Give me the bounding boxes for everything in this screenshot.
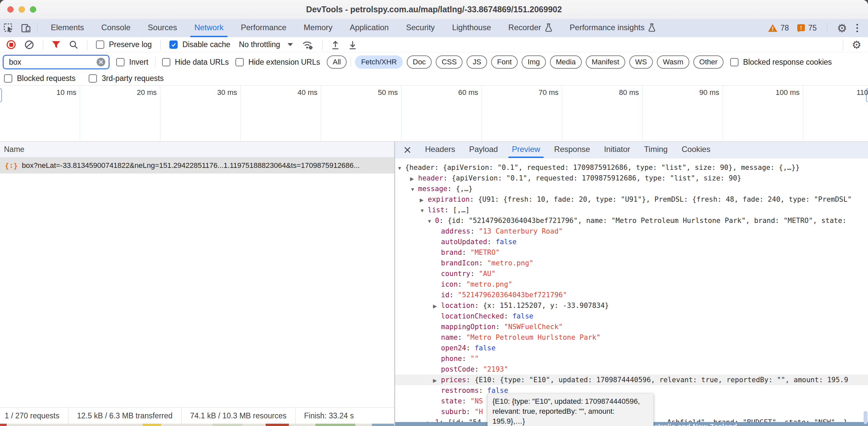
blocked-response-cookies-checkbox[interactable]: Blocked response cookies — [730, 58, 832, 67]
filter-button[interactable] — [52, 41, 60, 49]
clear-network-log-button[interactable] — [24, 40, 34, 50]
network-settings-gear-icon[interactable]: ⚙ — [852, 39, 861, 50]
tree-row[interactable]: ▶expiration: {U91: {fresh: 10, fade: 20,… — [395, 194, 868, 205]
detail-tab-cookies[interactable]: Cookies — [678, 142, 714, 158]
expand-arrow-icon[interactable]: ▶ — [433, 375, 441, 385]
tree-row[interactable]: icon: "metro.png" — [395, 279, 868, 290]
chip-doc[interactable]: Doc — [407, 56, 432, 69]
chip-img[interactable]: Img — [522, 56, 546, 69]
tree-row[interactable]: ▼message: {,…} — [395, 184, 868, 194]
clear-filter-icon[interactable] — [97, 58, 105, 66]
tree-row[interactable]: phone: "" — [395, 353, 868, 364]
throttling-select[interactable]: No throttling — [239, 40, 293, 49]
tab-performance-insights[interactable]: Performance insights — [566, 19, 660, 37]
tree-row[interactable]: country: "AU" — [395, 268, 868, 279]
tree-row[interactable]: ▶header: {apiVersion: "0.1", requested: … — [395, 173, 868, 184]
flask-icon — [545, 23, 553, 32]
tab-label: Memory — [304, 23, 333, 32]
detail-tab-preview[interactable]: Preview — [508, 142, 543, 158]
tree-row[interactable]: mappingOption: "NSWFuelCheck" — [395, 322, 868, 332]
chip-js[interactable]: JS — [467, 56, 487, 69]
chip-manifest[interactable]: Manifest — [586, 56, 625, 69]
chip-font[interactable]: Font — [491, 56, 518, 69]
detail-tab-initiator[interactable]: Initiator — [601, 142, 633, 158]
record-network-log-button[interactable] — [7, 40, 16, 49]
tree-row[interactable]: postCode: "2193" — [395, 364, 868, 374]
tree-row[interactable]: locationChecked: false — [395, 311, 868, 322]
more-options-icon[interactable] — [855, 24, 860, 32]
preserve-log-checkbox[interactable]: Preserve log — [96, 40, 152, 49]
json-string: "H — [474, 408, 483, 416]
expand-arrow-icon[interactable]: ▶ — [433, 301, 441, 311]
device-toolbar-icon[interactable] — [17, 19, 34, 37]
json-text: : {id: "521479620364043bef721796", name:… — [439, 217, 846, 225]
warnings-badge[interactable]: ! 78 — [768, 24, 789, 33]
chip-ws[interactable]: WS — [629, 56, 653, 69]
filter-input[interactable] — [8, 57, 97, 67]
invert-checkbox[interactable]: Invert — [116, 58, 149, 67]
json-string: "2193" — [483, 365, 508, 373]
issues-badge[interactable]: ! 75 — [796, 24, 817, 33]
tab-sources[interactable]: Sources — [144, 19, 181, 37]
tree-row[interactable]: brand: "METRO" — [395, 247, 868, 258]
collapse-arrow-icon[interactable]: ▼ — [410, 184, 418, 194]
search-button[interactable] — [69, 40, 79, 50]
export-har-icon[interactable] — [348, 40, 357, 50]
chip-all[interactable]: All — [327, 56, 347, 69]
blocked-response-cookies-label: Blocked response cookies — [743, 58, 832, 67]
tab-application[interactable]: Application — [346, 19, 393, 37]
disable-cache-checkbox[interactable]: Disable cache — [169, 40, 230, 49]
tree-row[interactable]: ▶location: {x: 151.125207, y: -33.907834… — [395, 300, 868, 311]
json-text: : — [458, 280, 466, 288]
tree-row[interactable]: ▼{header: {apiVersion: "0.1", requested:… — [395, 162, 868, 173]
request-list-pane: Name {∶} box?neLat=-33.81345900741822&ne… — [0, 142, 394, 426]
blocked-requests-checkbox[interactable]: Blocked requests — [4, 74, 75, 83]
hide-data-urls-checkbox[interactable]: Hide data URLs — [162, 58, 229, 67]
tree-row[interactable]: ▼list: [,…] — [395, 205, 868, 215]
chip-other[interactable]: Other — [693, 56, 723, 69]
close-detail-icon[interactable] — [400, 142, 414, 158]
tab-memory[interactable]: Memory — [300, 19, 337, 37]
chip-wasm[interactable]: Wasm — [657, 56, 689, 69]
tree-row[interactable]: name: "Metro Petroleum Hurlstone Park" — [395, 332, 868, 343]
inspect-element-icon[interactable] — [0, 19, 17, 37]
import-har-icon[interactable] — [331, 40, 340, 50]
json-text: : — [449, 291, 458, 299]
tab-console[interactable]: Console — [97, 19, 134, 37]
scrollbar-thumb[interactable] — [864, 411, 867, 424]
name-column-header[interactable]: Name — [0, 142, 394, 158]
third-party-requests-checkbox[interactable]: 3rd-party requests — [89, 74, 164, 83]
chip-css[interactable]: CSS — [436, 56, 463, 69]
request-detail-pane: HeadersPayloadPreviewResponseInitiatorTi… — [395, 142, 868, 426]
tree-row[interactable]: open24: false — [395, 343, 868, 353]
tree-row[interactable]: autoUpdated: false — [395, 236, 868, 247]
toolbar-divider — [43, 39, 43, 50]
chip-fetch-xhr[interactable]: Fetch/XHR — [355, 56, 403, 69]
tab-performance[interactable]: Performance — [237, 19, 290, 37]
expand-arrow-icon[interactable]: ▶ — [420, 195, 428, 205]
tab-lighthouse[interactable]: Lighthouse — [448, 19, 495, 37]
hide-extension-urls-checkbox[interactable]: Hide extension URLs — [236, 58, 320, 67]
tree-row[interactable]: address: "13 Canterbury Road" — [395, 226, 868, 236]
detail-tab-headers[interactable]: Headers — [422, 142, 459, 158]
tree-row[interactable]: brandIcon: "metro.png" — [395, 258, 868, 268]
tab-elements[interactable]: Elements — [47, 19, 88, 37]
collapse-arrow-icon[interactable]: ▼ — [427, 216, 435, 226]
detail-tab-response[interactable]: Response — [551, 142, 593, 158]
detail-tabs: HeadersPayloadPreviewResponseInitiatorTi… — [422, 142, 714, 158]
tree-row[interactable]: ▼0: {id: "521479620364043bef721796", nam… — [395, 215, 868, 226]
settings-gear-icon[interactable]: ⚙ — [837, 23, 847, 34]
tree-row[interactable]: ▶prices: {E10: {type: "E10", updated: 17… — [395, 374, 868, 385]
collapse-arrow-icon[interactable]: ▼ — [397, 163, 405, 173]
tab-recorder[interactable]: Recorder — [504, 19, 557, 37]
request-row[interactable]: {∶} box?neLat=-33.81345900741822&neLng=1… — [0, 158, 394, 173]
expand-arrow-icon[interactable]: ▶ — [410, 173, 418, 184]
tab-security[interactable]: Security — [402, 19, 439, 37]
tab-network[interactable]: Network — [190, 19, 227, 37]
detail-tab-timing[interactable]: Timing — [641, 142, 671, 158]
network-conditions-icon[interactable] — [302, 39, 313, 50]
tree-row[interactable]: id: "521479620364043bef721796" — [395, 290, 868, 300]
detail-tab-payload[interactable]: Payload — [466, 142, 501, 158]
chip-media[interactable]: Media — [550, 56, 582, 69]
collapse-arrow-icon[interactable]: ▼ — [420, 205, 428, 215]
